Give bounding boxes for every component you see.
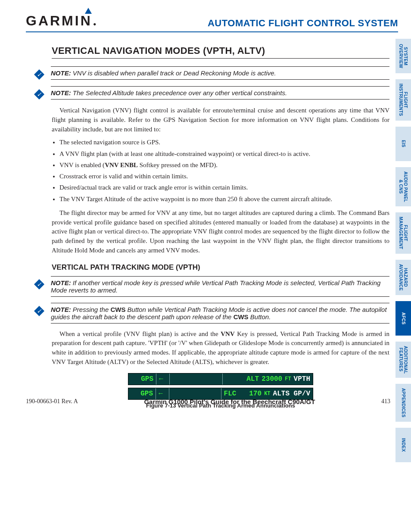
ann-value: 23000 [262, 375, 282, 383]
note-label: NOTE: [51, 69, 71, 77]
ann-unit: FT [285, 376, 291, 382]
brand-text: GARMIN [26, 13, 92, 29]
svg-text:✓: ✓ [37, 91, 42, 98]
page-footer: 190-00663-01 Rev. A Garmin G1000 Pilot's… [26, 398, 390, 405]
list-item: The selected navigation source is GPS. [59, 137, 389, 147]
footer-doc-title: Garmin G1000 Pilot's Guide for the Beech… [144, 398, 315, 405]
ann-armed: ALTS GP/V [273, 390, 310, 398]
side-tab[interactable]: INDEX [395, 428, 411, 462]
conditions-list: The selected navigation source is GPS. A… [52, 137, 389, 204]
side-tab[interactable]: APPENDICES [395, 384, 411, 422]
ann-armed: VPTH [294, 375, 310, 383]
ann-mode: FLC [224, 390, 237, 398]
sub-heading-vpth: VERTICAL PATH TRACKING MODE (VPTH) [52, 263, 389, 272]
list-item: A VNV flight plan (with at least one alt… [59, 149, 389, 159]
note-text: If another vertical mode key is pressed … [51, 279, 380, 294]
side-tab[interactable]: AUDIO PANEL & CNS [395, 167, 411, 206]
note-icon: ✓ [34, 279, 45, 290]
paragraph-vpth: When a vertical profile (VNV flight plan… [52, 330, 389, 367]
note-1: ✓ NOTE: VNV is disabled when parallel tr… [52, 66, 389, 80]
list-item: VNV is enabled (VNV ENBL Softkey pressed… [59, 160, 389, 170]
ann-mode: ALT [246, 375, 259, 383]
note-label: NOTE: [51, 279, 71, 286]
ann-gps: GPS [128, 373, 156, 385]
note-2: ✓ NOTE: The Selected Altitude takes prec… [52, 86, 389, 100]
note-text: The Selected Altitude takes precedence o… [71, 89, 287, 96]
note-icon: ✓ [34, 69, 45, 80]
side-tab[interactable]: SYSTEM OVERVIEW [395, 39, 411, 73]
main-heading: VERTICAL NAVIGATION MODES (VPTH, ALTV) [52, 45, 389, 59]
page-header: GARMIN. AUTOMATIC FLIGHT CONTROL SYSTEM [26, 13, 398, 32]
note-3: ✓ NOTE: If another vertical mode key is … [52, 276, 389, 297]
list-item: Desired/actual track are valid or track … [59, 183, 389, 193]
side-tab[interactable]: HAZARD AVOIDANCE [395, 260, 411, 295]
svg-text:✓: ✓ [37, 71, 42, 78]
arrow-left-icon: ← [156, 373, 170, 385]
note-text: VNV is disabled when parallel track or D… [71, 69, 276, 77]
ann-value: 170 [249, 390, 262, 398]
paragraph-intro: Vertical Navigation (VNV) flight control… [52, 106, 389, 134]
garmin-logo: GARMIN. [26, 13, 97, 29]
side-tab[interactable]: FLIGHT INSTRUMENTS [395, 79, 411, 121]
note-icon: ✓ [34, 305, 45, 317]
note-label: NOTE: [51, 306, 71, 313]
list-item: The VNV Target Altitude of the active wa… [59, 194, 389, 204]
side-tab[interactable]: ADDITIONAL FEATURES [395, 342, 411, 378]
side-tabs-nav: SYSTEM OVERVIEWFLIGHT INSTRUMENTSEISAUDI… [395, 39, 411, 462]
note-label: NOTE: [51, 89, 71, 96]
list-item: Crosstrack error is valid and within cer… [59, 171, 389, 181]
svg-text:✓: ✓ [37, 281, 42, 288]
paragraph-fd: The flight director may be armed for VNV… [52, 208, 389, 255]
note-icon: ✓ [34, 89, 45, 100]
footer-doc-id: 190-00663-01 Rev. A [26, 398, 78, 405]
side-tab[interactable]: EIS [395, 127, 411, 161]
section-title-header: AUTOMATIC FLIGHT CONTROL SYSTEM [208, 18, 398, 29]
side-tab[interactable]: AFCS [395, 301, 411, 336]
footer-page-number: 413 [381, 398, 390, 405]
annunciator-row-1: GPS ← ALT 23000FT VPTH [128, 373, 313, 385]
note-4: ✓ NOTE: Pressing the CWS Button while Ve… [52, 303, 389, 324]
logo-triangle-icon [85, 8, 92, 14]
annunciator-figure: GPS ← ALT 23000FT VPTH GPS ← FLC 170KT A… [128, 373, 313, 400]
side-tab[interactable]: FLIGHT MANAGEMENT [395, 212, 411, 254]
ann-unit: KT [264, 391, 270, 397]
svg-text:✓: ✓ [37, 308, 42, 314]
